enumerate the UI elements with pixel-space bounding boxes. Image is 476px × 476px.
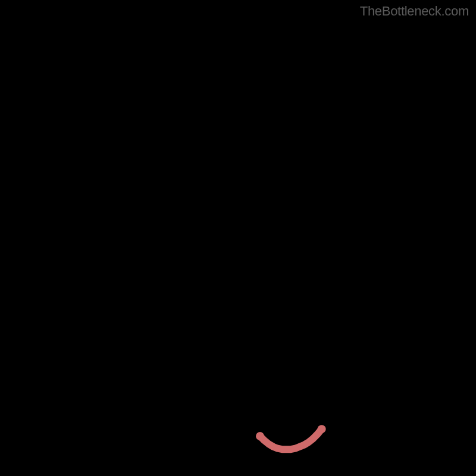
bottleneck-chart: TheBottleneck.com [0, 0, 476, 476]
optimal-zone-endpoint [318, 425, 326, 433]
chart-svg [0, 0, 476, 476]
optimal-zone-endpoint [256, 432, 264, 440]
watermark-text: TheBottleneck.com [360, 4, 469, 19]
svg-rect-2 [18, 18, 458, 458]
